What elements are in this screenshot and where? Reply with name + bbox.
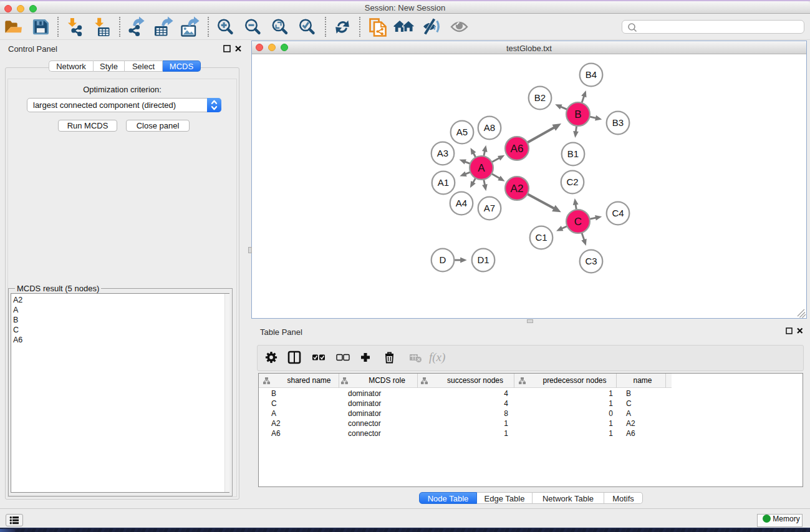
- svg-text:A3: A3: [437, 148, 448, 158]
- svg-text:A: A: [478, 162, 485, 174]
- svg-text:A8: A8: [484, 122, 495, 133]
- svg-text:A1: A1: [438, 177, 449, 188]
- svg-text:C2: C2: [566, 177, 578, 187]
- svg-text:C1: C1: [535, 232, 547, 243]
- svg-text:A5: A5: [456, 127, 468, 137]
- svg-text:A4: A4: [456, 198, 467, 208]
- svg-text:A7: A7: [484, 203, 495, 213]
- svg-text:B3: B3: [612, 117, 624, 128]
- svg-text:A2: A2: [511, 183, 524, 195]
- svg-text:C3: C3: [585, 256, 597, 266]
- svg-text:B1: B1: [567, 148, 579, 159]
- svg-text:C: C: [574, 216, 582, 228]
- svg-text:D: D: [440, 254, 446, 265]
- svg-text:f(x): f(x): [429, 351, 445, 364]
- svg-text:A6: A6: [511, 143, 524, 155]
- svg-text:D1: D1: [477, 254, 489, 265]
- svg-text:B: B: [574, 109, 581, 120]
- svg-text:B2: B2: [534, 92, 546, 103]
- svg-text:C4: C4: [612, 208, 624, 218]
- svg-text:B4: B4: [586, 69, 597, 80]
